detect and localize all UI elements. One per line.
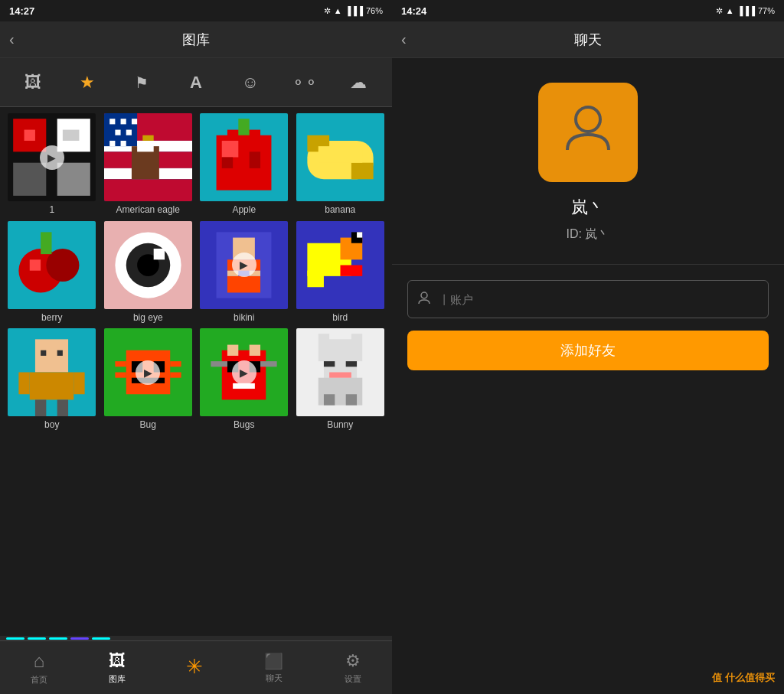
list-item[interactable]: ▶ 1 <box>6 113 98 217</box>
sun-icon: ✳ <box>186 655 203 679</box>
svg-rect-28 <box>222 141 239 158</box>
item-label: boy <box>44 419 59 432</box>
indicator-dot <box>92 637 110 640</box>
time-left: 14:27 <box>9 5 34 17</box>
svg-rect-63 <box>35 400 46 417</box>
item-label: berry <box>41 312 62 324</box>
thumb-bird <box>296 221 384 309</box>
grid-row-2: berry big eye <box>6 221 386 324</box>
nav-chat[interactable]: ⬛ 聊天 <box>264 652 283 684</box>
list-item[interactable]: Bunny <box>295 328 387 432</box>
item-label: banana <box>325 204 355 217</box>
back-button-left[interactable]: ‹ <box>9 31 15 48</box>
back-button-right[interactable]: ‹ <box>401 31 407 48</box>
svg-rect-91 <box>351 334 362 361</box>
account-input[interactable] <box>439 293 759 306</box>
svg-rect-64 <box>57 400 68 417</box>
user-id: ID: 岚丶 <box>567 226 610 243</box>
svg-rect-59 <box>340 265 362 275</box>
cat-balloon[interactable]: ⚬⚬ <box>289 67 320 98</box>
nav-gallery[interactable]: 🖼 图库 <box>109 651 126 685</box>
svg-rect-66 <box>74 373 85 395</box>
thumb-apple <box>200 113 288 201</box>
list-item[interactable]: American eagle <box>103 113 194 217</box>
play-icon: ▶ <box>40 145 64 170</box>
bluetooth-icon-right: ✲ <box>716 6 723 16</box>
svg-rect-6 <box>63 130 80 141</box>
svg-rect-68 <box>57 350 63 356</box>
list-item[interactable]: boy <box>6 328 98 432</box>
signal-icon: ▐▐▐ <box>345 6 363 15</box>
nav-home[interactable]: ⌂ 首页 <box>31 650 47 686</box>
add-friend-button[interactable]: 添加好友 <box>407 331 769 370</box>
page-title-left: 图库 <box>182 31 210 49</box>
list-item[interactable]: ▶ Bug <box>103 328 194 432</box>
page-title-right: 聊天 <box>574 31 602 49</box>
thumb-boy <box>8 328 96 416</box>
signal-icon-right: ▐▐▐ <box>737 6 755 15</box>
chat-content: 岚丶 ID: 岚丶 添加好友 <box>392 58 784 694</box>
svg-rect-45 <box>153 249 164 259</box>
indicator-dot <box>49 637 67 640</box>
list-item[interactable]: berry <box>6 221 98 324</box>
svg-rect-94 <box>329 373 351 378</box>
add-friend-section: 添加好友 <box>392 265 784 370</box>
cat-text[interactable]: A <box>181 67 211 98</box>
chat-icon: ⬛ <box>264 652 283 670</box>
status-icons-left: ✲ ▲ ▐▐▐ 76% <box>324 6 383 16</box>
list-item[interactable]: Apple <box>198 113 290 217</box>
wifi-icon: ▲ <box>334 6 342 15</box>
thumb-berry <box>8 221 96 309</box>
list-item[interactable]: bird <box>295 221 387 324</box>
svg-rect-27 <box>239 119 250 135</box>
list-item[interactable]: ▶ bikini <box>198 221 290 324</box>
svg-rect-39 <box>41 232 51 254</box>
nav-gallery-label: 图库 <box>109 673 126 685</box>
svg-rect-76 <box>115 373 126 378</box>
nav-settings[interactable]: ⚙ 设置 <box>345 651 361 685</box>
nav-settings-label: 设置 <box>345 673 361 685</box>
header-right: ‹ 聊天 <box>392 21 784 58</box>
svg-rect-15 <box>120 119 126 124</box>
svg-rect-83 <box>227 345 238 356</box>
svg-rect-90 <box>318 334 329 361</box>
svg-rect-14 <box>109 119 115 124</box>
indicator-dot <box>6 637 24 640</box>
svg-rect-84 <box>250 345 260 356</box>
account-icon <box>417 291 431 308</box>
status-bar-right: 14:24 ✲ ▲ ▐▐▐ 77% <box>392 0 784 21</box>
wifi-icon-right: ▲ <box>726 6 734 15</box>
svg-rect-20 <box>120 141 126 146</box>
svg-rect-30 <box>250 152 260 168</box>
status-bar-left: 14:27 ✲ ▲ ▐▐▐ 76% <box>0 0 392 21</box>
bluetooth-icon: ✲ <box>324 6 331 16</box>
thumb-Bugs: ▶ <box>200 328 288 416</box>
list-item[interactable]: banana <box>295 113 387 217</box>
gallery-grid: ▶ 1 <box>0 107 392 636</box>
svg-rect-35 <box>318 146 363 163</box>
cat-flag[interactable]: ⚑ <box>126 67 157 98</box>
person-icon <box>561 100 615 165</box>
svg-rect-61 <box>35 340 68 373</box>
indicator-dot <box>70 637 89 640</box>
cat-emoji[interactable]: ☺ <box>235 67 266 98</box>
bottom-nav: ⌂ 首页 🖼 图库 ✳ ⬛ 聊天 ⚙ 设置 <box>0 640 392 694</box>
play-icon: ▶ <box>232 253 256 277</box>
svg-rect-34 <box>351 163 374 180</box>
item-label: bikini <box>234 312 254 324</box>
cat-favorites[interactable]: ★ <box>72 67 103 98</box>
cat-all[interactable]: 🖼 <box>18 67 48 98</box>
list-item[interactable]: ▶ Bugs <box>198 328 290 432</box>
svg-rect-92 <box>324 361 335 367</box>
svg-rect-86 <box>260 361 277 367</box>
header-left: ‹ 图库 <box>0 21 392 58</box>
left-panel: 14:27 ✲ ▲ ▐▐▐ 76% ‹ 图库 🖼 ★ ⚑ A ☺ ⚬⚬ <box>0 0 392 694</box>
settings-icon: ⚙ <box>345 651 361 671</box>
list-item[interactable]: big eye <box>103 221 194 324</box>
avatar <box>538 83 638 182</box>
nav-display[interactable]: ✳ <box>186 655 203 681</box>
item-label: Bugs <box>234 419 254 432</box>
cat-cloud[interactable]: ☁ <box>343 67 374 98</box>
thumb-banana <box>296 113 384 201</box>
svg-rect-22 <box>137 141 154 152</box>
